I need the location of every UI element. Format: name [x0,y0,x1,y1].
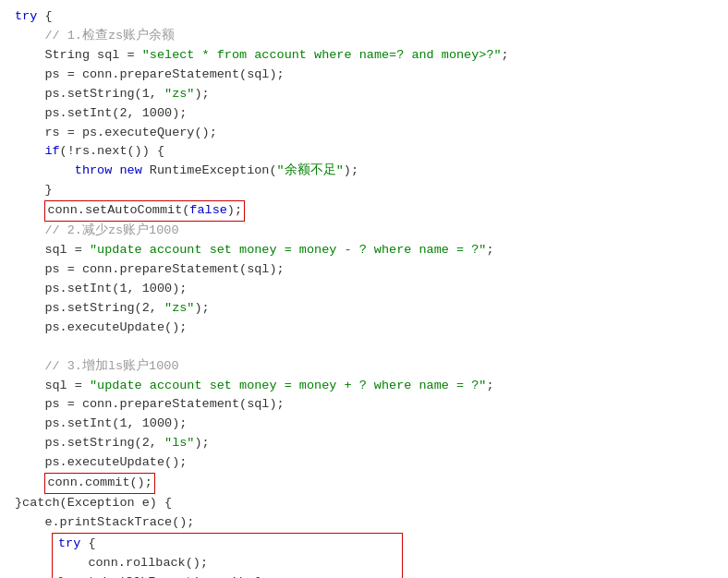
line-printstacktrace-1: e.printStackTrace(); [15,513,713,533]
line-try-open: try { [15,7,713,27]
line-setint-1: ps.setInt(2, 1000); [15,104,713,124]
line-setstring-3: ps.setString(2, "ls"); [15,434,713,453]
line-setautocommit: conn.setAutoCommit(false); [15,200,713,222]
line-comment-1: // 1.检查zs账户余额 [15,27,713,46]
line-sql-1: String sql = "select * from account wher… [15,46,713,66]
line-setint-3: ps.setInt(1, 1000); [15,415,713,434]
line-if-close: } [15,181,713,200]
line-try-inner: try { [58,535,396,554]
line-executeupdate-1: ps.executeUpdate(); [15,319,713,338]
line-setstring-1: ps.setString(1, "zs"); [15,85,713,104]
line-rollback: conn.rollback(); [58,554,396,573]
rollback-block: try { conn.rollback(); } catch (SQLExcep… [52,533,403,578]
line-sql-2: sql = "update account set money = money … [15,241,713,260]
line-blank [15,338,713,357]
line-prepare-1: ps = conn.prepareStatement(sql); [15,66,713,85]
line-if-next: if(!rs.next()) { [15,142,713,162]
line-commit: conn.commit(); [15,473,713,494]
line-executequery: rs = ps.executeQuery(); [15,124,713,143]
line-setint-2: ps.setInt(1, 1000); [15,280,713,299]
line-executeupdate-2: ps.executeUpdate(); [15,453,713,473]
line-comment-3: // 3.增加ls账户1000 [15,357,713,377]
line-throw: throw new RuntimeException("余额不足"); [15,162,713,181]
line-prepare-2: ps = conn.prepareStatement(sql); [15,260,713,280]
line-prepare-3: ps = conn.prepareStatement(sql); [15,395,713,415]
line-comment-2: // 2.减少zs账户1000 [15,222,713,241]
line-catch: }catch(Exception e) { [15,494,713,513]
line-sql-3: sql = "update account set money = money … [15,377,713,396]
line-catch-sql: } catch (SQLException e1) { [58,573,396,578]
line-setstring-2: ps.setString(2, "zs"); [15,299,713,319]
code-container: try { // 1.检查zs账户余额 String sql = "select… [0,0,728,578]
